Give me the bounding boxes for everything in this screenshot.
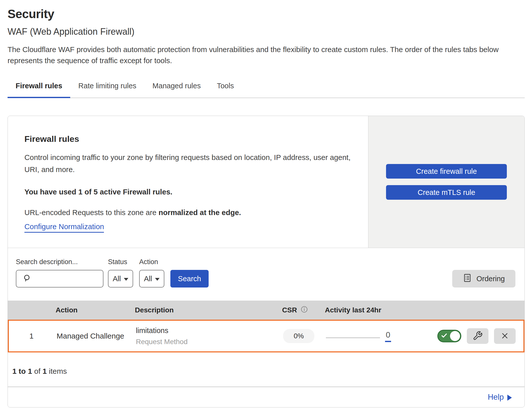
header-csr: CSR (282, 306, 325, 315)
search-input[interactable] (35, 275, 103, 283)
normalization-prefix: URL-encoded Requests to this zone are (24, 208, 159, 217)
create-actions-panel: Create firewall rule Create mTLS rule (368, 116, 524, 248)
header-csr-label: CSR (282, 306, 297, 314)
items-of: of (34, 367, 41, 375)
info-icon[interactable] (300, 306, 308, 315)
close-icon (500, 331, 509, 341)
activity-sparkline (326, 338, 380, 338)
search-field-group: Search description... (16, 258, 103, 287)
tab-tools[interactable]: Tools (209, 77, 242, 98)
rule-row-controls (411, 328, 516, 344)
tab-managed-rules[interactable]: Managed rules (144, 77, 209, 98)
rule-activity-cell: 0 (326, 330, 411, 342)
tab-rate-limiting-rules[interactable]: Rate limiting rules (70, 77, 144, 98)
rule-description-cell: limitations Request Method (136, 326, 283, 346)
ordering-button[interactable]: Ordering (452, 270, 515, 287)
configure-normalization-link[interactable]: Configure Normalization (24, 222, 104, 233)
action-select[interactable]: All (139, 270, 164, 287)
header-action: Action (56, 306, 135, 314)
card-help-row: Help (8, 387, 524, 407)
csr-badge: 0% (283, 329, 314, 343)
page-title: Security (8, 7, 525, 21)
firewall-rules-card: Firewall rules Control incoming traffic … (8, 116, 525, 407)
header-activity: Activity last 24hr (325, 306, 410, 314)
rule-csr-cell: 0% (283, 329, 326, 343)
activity-count-link[interactable]: 0 (385, 330, 391, 342)
rule-priority: 1 (16, 332, 47, 340)
rule-description: limitations (136, 326, 283, 335)
header-description: Description (135, 306, 282, 314)
search-button[interactable]: Search (170, 270, 209, 287)
rule-action: Managed Challenge (57, 332, 136, 340)
firewall-rules-summary-text: Firewall rules Control incoming traffic … (8, 116, 368, 248)
chevron-down-icon (155, 278, 160, 281)
action-select-value: All (144, 275, 152, 283)
rule-description-sub: Request Method (136, 338, 283, 346)
create-mtls-rule-button[interactable]: Create mTLS rule (386, 185, 507, 200)
rule-enabled-toggle[interactable] (437, 330, 461, 342)
rules-filter-bar: Search description... Status All (8, 248, 524, 301)
arrow-right-icon (507, 395, 512, 401)
rules-table-header: Action Description CSR Activity last 24h… (8, 301, 524, 320)
firewall-rule-row[interactable]: 1 Managed Challenge limitations Request … (8, 320, 524, 352)
rules-tab-bar: Firewall rules Rate limiting rules Manag… (8, 77, 525, 98)
search-input-box[interactable] (16, 270, 103, 287)
items-count-line: 1 to 1 of 1 items (8, 352, 524, 387)
security-waf-page: Security WAF (Web Application Firewall) … (0, 0, 532, 407)
search-label: Search description... (16, 258, 103, 266)
card-description: Control incoming traffic to your zone by… (24, 151, 352, 176)
page-subtitle: WAF (Web Application Firewall) (8, 26, 525, 37)
status-select-value: All (113, 275, 121, 283)
toggle-knob (450, 331, 460, 341)
status-field-group: Status All (108, 258, 133, 287)
ordering-button-label: Ordering (476, 275, 505, 283)
action-label: Action (139, 258, 164, 266)
chevron-down-icon (124, 278, 128, 281)
items-total: 1 (43, 367, 47, 375)
card-heading: Firewall rules (24, 134, 352, 144)
help-link[interactable]: Help (488, 393, 512, 402)
normalization-text: URL-encoded Requests to this zone are no… (24, 208, 352, 217)
status-select[interactable]: All (108, 270, 133, 287)
delete-rule-button[interactable] (494, 328, 516, 344)
items-word: items (49, 367, 67, 375)
ordering-list-icon (463, 273, 472, 284)
edit-rule-button[interactable] (467, 328, 488, 344)
action-field-group: Action All (139, 258, 164, 287)
status-label: Status (108, 258, 133, 266)
wrench-icon (473, 331, 483, 342)
items-range: 1 to 1 (12, 367, 32, 375)
normalization-bold: normalized at the edge. (159, 208, 241, 217)
firewall-rules-summary-section: Firewall rules Control incoming traffic … (8, 116, 524, 248)
search-icon (23, 274, 31, 283)
create-firewall-rule-button[interactable]: Create firewall rule (386, 164, 507, 179)
page-description: The Cloudflare WAF provides both automat… (8, 44, 521, 66)
tab-firewall-rules[interactable]: Firewall rules (8, 77, 70, 98)
check-icon (440, 332, 448, 340)
help-link-label: Help (488, 393, 504, 402)
usage-counter-text: You have used 1 of 5 active Firewall rul… (24, 188, 352, 196)
